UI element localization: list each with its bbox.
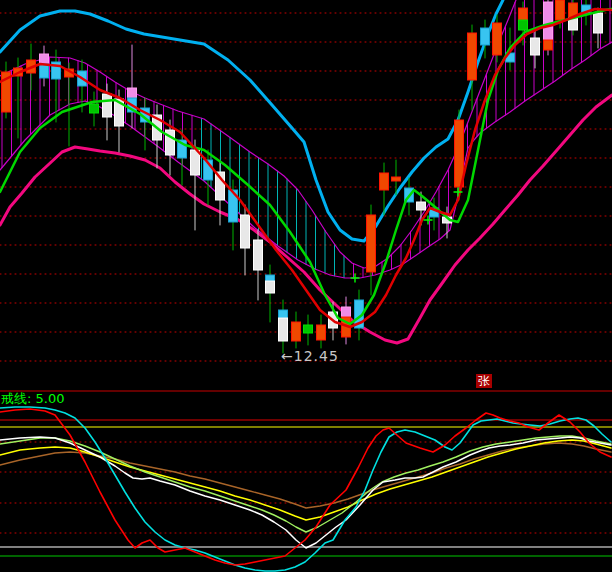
candle-body: [417, 202, 426, 210]
candle-body: [481, 28, 490, 45]
candle-body: [90, 104, 99, 113]
low-price-annotation: ←12.45: [281, 349, 339, 363]
candle-body: [266, 281, 275, 293]
upper-band-line: [0, 0, 503, 241]
oscillator-lightgreen-line: [0, 436, 611, 532]
candle-body: [254, 240, 263, 270]
alert-line-label: 戒线: 5.00: [1, 392, 64, 405]
ma-red-line: [0, 9, 612, 327]
candle-body: [392, 177, 401, 181]
candle-body: [279, 318, 288, 341]
candle-body: [468, 33, 477, 80]
candle-body: [40, 64, 49, 78]
candle-body: [367, 215, 376, 272]
candle-body: [493, 23, 502, 55]
candle-body: [279, 310, 288, 318]
oscillator-red-line: [0, 409, 611, 565]
candle-body: [103, 94, 112, 117]
candle-body: [519, 20, 528, 30]
candle-body: [380, 173, 389, 190]
candle-body: [544, 40, 553, 50]
candle-body: [519, 8, 528, 20]
candle-body: [544, 2, 553, 40]
ma-green-line: [0, 9, 612, 324]
candle-body: [40, 54, 49, 64]
candle-body: [128, 88, 137, 98]
candle-body: [342, 307, 351, 317]
candle-body: [292, 322, 301, 341]
candle-body: [531, 38, 540, 55]
stock-chart-screen: ←12.45 张 戒线: 5.00: [0, 0, 612, 572]
candle-body: [556, 0, 565, 20]
candle-body: [594, 13, 603, 33]
candle-body: [317, 325, 326, 340]
rise-badge: 张: [476, 374, 492, 388]
candle-body: [241, 215, 250, 248]
candle-body: [191, 150, 200, 175]
candle-body: [266, 275, 275, 281]
chart-canvas[interactable]: [0, 0, 612, 572]
candle-body: [304, 325, 313, 333]
